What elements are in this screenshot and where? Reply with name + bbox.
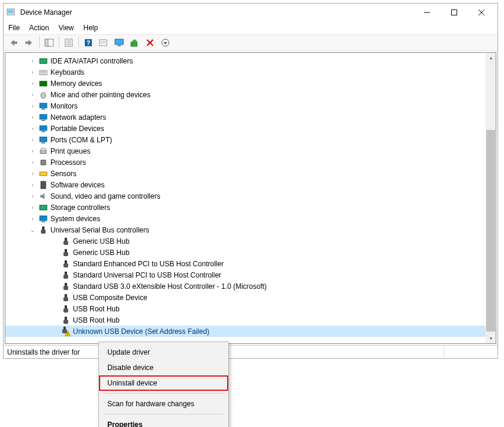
usb-conn-icon: [61, 237, 71, 246]
svg-rect-11: [45, 39, 48, 46]
chevron-right-icon[interactable]: ›: [29, 204, 36, 211]
menu-action[interactable]: Action: [29, 24, 49, 32]
svg-rect-63: [63, 286, 68, 290]
tree-item[interactable]: Standard Universal PCI to USB Host Contr…: [5, 269, 496, 281]
device-manager-window: Device Manager File Action View Help ? ›…: [3, 3, 498, 359]
tree-item[interactable]: !Unknown USB Device (Set Address Failed): [5, 326, 496, 337]
menu-view[interactable]: View: [59, 24, 74, 32]
tree-item[interactable]: ›IDE ATA/ATAPI controllers: [5, 55, 496, 66]
chevron-right-icon[interactable]: ›: [29, 136, 36, 144]
tree-item[interactable]: ⌄Universal Serial Bus controllers: [5, 224, 496, 235]
svg-rect-31: [42, 72, 43, 72]
context-menu-separator: [104, 393, 224, 394]
tree-item[interactable]: USB Root Hub: [5, 303, 496, 314]
tree-item-label: Generic USB Hub: [73, 248, 129, 257]
tree-item[interactable]: USB Root Hub: [5, 314, 496, 326]
display-button[interactable]: [112, 36, 126, 49]
context-menu-item[interactable]: Update driver: [99, 345, 228, 360]
ide-icon: [39, 56, 48, 66]
scroll-up-arrow[interactable]: ▴: [486, 53, 496, 63]
enable-button[interactable]: [127, 36, 142, 49]
toolbar: ?: [4, 34, 497, 51]
chevron-down-icon[interactable]: ⌄: [29, 227, 36, 234]
svg-rect-46: [40, 172, 47, 176]
more-button[interactable]: [158, 36, 173, 49]
chevron-right-icon[interactable]: ›: [29, 125, 36, 132]
context-menu-item[interactable]: Properties: [99, 417, 228, 427]
menu-file[interactable]: File: [8, 24, 20, 32]
tree-item[interactable]: ›Ports (COM & LPT): [5, 134, 496, 145]
help-button[interactable]: ?: [81, 36, 95, 49]
svg-rect-32: [44, 72, 45, 72]
scrollbar-track[interactable]: ▴ ▾: [486, 53, 496, 343]
tree-item[interactable]: ›Mice and other pointing devices: [5, 89, 496, 100]
tree-item[interactable]: ›Sensors: [5, 168, 496, 179]
chevron-right-icon[interactable]: ›: [29, 58, 36, 65]
usb-conn-icon: [61, 316, 71, 325]
tree-item[interactable]: ›Sound, video and game controllers: [5, 190, 496, 202]
back-button[interactable]: [7, 36, 21, 49]
toolbar-separator: [78, 37, 79, 49]
tree-item[interactable]: ›System devices: [5, 213, 496, 224]
chevron-right-icon[interactable]: ›: [29, 148, 36, 155]
chevron-right-icon[interactable]: ›: [29, 215, 36, 222]
tree-item-label: Print queues: [50, 147, 90, 155]
tree-item[interactable]: ›Portable Devices: [5, 123, 496, 134]
scroll-down-arrow[interactable]: ▾: [486, 333, 496, 343]
context-menu-item[interactable]: Disable device: [99, 360, 228, 375]
svg-rect-65: [63, 297, 68, 301]
chevron-right-icon[interactable]: ›: [29, 170, 36, 177]
tree-item[interactable]: USB Composite Device: [5, 292, 496, 303]
tree-item-label: Generic USB Hub: [73, 237, 129, 246]
properties-button[interactable]: [62, 36, 76, 49]
tree-item-label: Standard Enhanced PCI to USB Host Contro…: [73, 260, 224, 268]
svg-rect-35: [40, 103, 47, 108]
chevron-right-icon[interactable]: ›: [29, 69, 36, 76]
tree-item[interactable]: Standard Enhanced PCI to USB Host Contro…: [5, 258, 496, 269]
tree-item[interactable]: Generic USB Hub: [5, 247, 496, 258]
tree-item[interactable]: ›Monitors: [5, 100, 496, 111]
chevron-right-icon[interactable]: ›: [29, 114, 36, 121]
tree-item[interactable]: ›Processors: [5, 157, 496, 168]
forward-button[interactable]: [23, 36, 37, 49]
chevron-right-icon[interactable]: ›: [29, 159, 36, 166]
svg-rect-70: [63, 327, 66, 329]
menu-help[interactable]: Help: [84, 24, 98, 32]
scrollbar-thumb[interactable]: [486, 130, 495, 332]
tree-item-label: Mice and other pointing devices: [50, 91, 151, 99]
svg-rect-44: [42, 148, 45, 151]
chevron-right-icon[interactable]: ›: [29, 91, 36, 98]
context-menu-item[interactable]: Uninstall device: [99, 375, 228, 391]
tree-item[interactable]: ›Keyboards: [5, 66, 496, 78]
svg-rect-29: [39, 71, 47, 75]
tree-item-label: Ports (COM & LPT): [50, 136, 112, 144]
tree-item[interactable]: ›Print queues: [5, 145, 496, 157]
context-menu: Update driverDisable deviceUninstall dev…: [98, 342, 229, 427]
tree-spacer: [52, 272, 59, 279]
chevron-right-icon[interactable]: ›: [29, 181, 36, 189]
maximize-button[interactable]: [441, 4, 468, 21]
tree-item[interactable]: ›Storage controllers: [5, 202, 496, 213]
delete-button[interactable]: [143, 36, 157, 49]
minimize-button[interactable]: [413, 4, 441, 21]
chevron-right-icon[interactable]: ›: [29, 80, 36, 87]
tree-item[interactable]: ›Memory devices: [5, 78, 496, 89]
tree-item[interactable]: Standard USB 3.0 eXtensible Host Control…: [5, 281, 496, 292]
chevron-right-icon[interactable]: ›: [29, 193, 36, 200]
scan-button[interactable]: [97, 36, 111, 49]
tree-spacer: [52, 238, 59, 245]
device-tree[interactable]: ›IDE ATA/ATAPI controllers›Keyboards›Mem…: [5, 53, 496, 339]
svg-rect-50: [40, 216, 47, 221]
chevron-right-icon[interactable]: ›: [29, 103, 36, 110]
statusbar: Uninstalls the driver for: [4, 345, 497, 358]
system-icon: [39, 214, 48, 224]
usb-conn-icon: [61, 304, 71, 314]
tree-item[interactable]: Generic USB Hub: [5, 235, 496, 247]
tree-item[interactable]: ›Network adapters: [5, 111, 496, 123]
toolbar-separator: [59, 37, 59, 49]
svg-rect-1: [8, 10, 13, 13]
show-panel-button[interactable]: [42, 36, 56, 49]
context-menu-item[interactable]: Scan for hardware changes: [99, 396, 228, 412]
close-button[interactable]: [468, 4, 495, 21]
tree-item[interactable]: ›Software devices: [5, 179, 496, 190]
